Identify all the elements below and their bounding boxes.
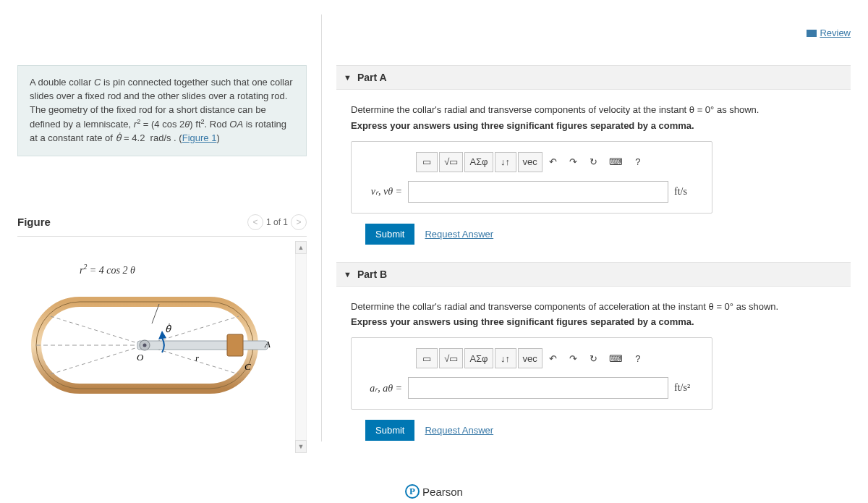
- figure-image: r2 = 4 cos 2 θ: [17, 241, 307, 413]
- help-button[interactable]: ?: [629, 152, 647, 172]
- question-text: Determine the collar's radial and transv…: [351, 103, 836, 117]
- answer-box: ▭ √▭ ΑΣφ ↓↑ vec ↶ ↷ ↻ ⌨ ? vᵣ, vθ =: [351, 141, 712, 214]
- submit-button[interactable]: Submit: [365, 420, 414, 441]
- left-column: A double collar C is pin connected toget…: [17, 14, 307, 478]
- reset-button[interactable]: ↻: [584, 348, 603, 368]
- pearson-logo: PPearson: [405, 484, 463, 499]
- actions-row: Submit Request Answer: [365, 224, 836, 245]
- part-body: Determine the collar's radial and transv…: [336, 90, 851, 248]
- greek-button[interactable]: ΑΣφ: [464, 152, 493, 172]
- figure-1-link[interactable]: Figure 1: [182, 132, 217, 143]
- lemniscate-diagram: O A C r θ̇: [29, 280, 275, 410]
- question-text: Determine the collar's radial and transv…: [351, 300, 836, 314]
- svg-line-15: [152, 304, 159, 324]
- instruction-text: Express your answers using three signifi…: [351, 120, 836, 131]
- svg-text:O: O: [137, 352, 144, 363]
- figure-viewport: ▲ ▼ r2 = 4 cos 2 θ: [17, 236, 307, 453]
- submit-button[interactable]: Submit: [365, 224, 414, 245]
- part-section: ▼ Part B Determine the collar's radial a…: [336, 262, 851, 442]
- collapse-caret-icon: ▼: [344, 270, 352, 279]
- right-column: ▼ Part A Determine the collar's radial a…: [321, 14, 851, 441]
- part-body: Determine the collar's radial and transv…: [336, 287, 851, 442]
- units-label: ft/s: [674, 186, 700, 198]
- reset-button[interactable]: ↻: [584, 152, 603, 172]
- svg-rect-6: [227, 334, 243, 356]
- keyboard-button[interactable]: ⌨: [605, 348, 627, 368]
- vec-button[interactable]: vec: [518, 348, 542, 368]
- collapse-caret-icon: ▼: [344, 73, 352, 82]
- figure-scroll-up[interactable]: ▲: [295, 241, 307, 254]
- figure-prev-button[interactable]: <: [247, 214, 263, 230]
- equation-toolbar: ▭ √▭ ΑΣφ ↓↑ vec ↶ ↷ ↻ ⌨ ?: [416, 152, 647, 172]
- svg-text:C: C: [244, 361, 251, 372]
- request-answer-link[interactable]: Request Answer: [425, 425, 493, 436]
- footer: PPearson: [0, 481, 868, 503]
- greek-button[interactable]: ΑΣφ: [464, 348, 493, 368]
- svg-text:θ̇: θ̇: [165, 324, 172, 334]
- svg-text:A: A: [264, 339, 271, 350]
- help-button[interactable]: ?: [629, 348, 647, 368]
- answer-input[interactable]: [408, 377, 668, 399]
- variable-label: vᵣ, vθ =: [363, 185, 402, 198]
- part-title: Part B: [357, 269, 387, 280]
- figure-title: Figure: [17, 216, 51, 228]
- request-answer-link[interactable]: Request Answer: [425, 229, 493, 240]
- subscript-button[interactable]: ↓↑: [495, 348, 516, 368]
- instruction-text: Express your answers using three signifi…: [351, 316, 836, 327]
- part-header[interactable]: ▼ Part A: [336, 65, 851, 90]
- figure-scroll-down[interactable]: ▼: [295, 440, 307, 453]
- svg-point-8: [143, 344, 147, 347]
- main-content: A double collar C is pin connected toget…: [0, 0, 868, 478]
- problem-intro: A double collar C is pin connected toget…: [17, 65, 307, 156]
- part-header[interactable]: ▼ Part B: [336, 262, 851, 287]
- units-label: ft/s²: [674, 382, 700, 394]
- figure-scroll-track[interactable]: [295, 254, 307, 440]
- templates-button[interactable]: ▭: [416, 348, 438, 368]
- subscript-button[interactable]: ↓↑: [495, 152, 516, 172]
- redo-button[interactable]: ↷: [564, 348, 583, 368]
- keyboard-button[interactable]: ⌨: [605, 152, 627, 172]
- templates-button[interactable]: ▭: [416, 152, 438, 172]
- undo-button[interactable]: ↶: [544, 348, 563, 368]
- figure-counter: 1 of 1: [266, 217, 288, 227]
- svg-rect-5: [137, 341, 268, 350]
- answer-box: ▭ √▭ ΑΣφ ↓↑ vec ↶ ↷ ↻ ⌨ ? aᵣ, aθ =: [351, 337, 712, 410]
- redo-button[interactable]: ↷: [564, 152, 583, 172]
- figure-nav: < 1 of 1 >: [247, 214, 307, 230]
- answer-input[interactable]: [408, 181, 668, 203]
- sqrt-button[interactable]: √▭: [439, 152, 463, 172]
- figure-equation: r2 = 4 cos 2 θ: [80, 263, 295, 276]
- svg-text:r: r: [195, 352, 200, 363]
- vec-button[interactable]: vec: [518, 152, 542, 172]
- answer-input-row: vᵣ, vθ = ft/s: [363, 181, 700, 203]
- figure-header: Figure < 1 of 1 >: [17, 214, 307, 230]
- answer-input-row: aᵣ, aθ = ft/s²: [363, 377, 700, 399]
- undo-button[interactable]: ↶: [544, 152, 563, 172]
- part-section: ▼ Part A Determine the collar's radial a…: [336, 65, 851, 248]
- actions-row: Submit Request Answer: [365, 420, 836, 441]
- equation-toolbar: ▭ √▭ ΑΣφ ↓↑ vec ↶ ↷ ↻ ⌨ ?: [416, 348, 647, 368]
- figure-next-button[interactable]: >: [291, 214, 307, 230]
- sqrt-button[interactable]: √▭: [439, 348, 463, 368]
- variable-label: aᵣ, aθ =: [363, 382, 402, 394]
- part-title: Part A: [357, 72, 387, 83]
